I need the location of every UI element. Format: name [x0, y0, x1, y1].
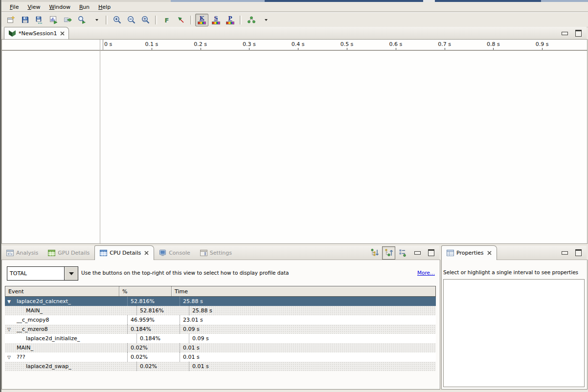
- time-cell: 0.09 s: [189, 334, 436, 343]
- analysis-tab-icon: [6, 250, 14, 256]
- tree-expander-icon[interactable]: ▼: [7, 299, 11, 304]
- percent-cell: 0.02%: [127, 352, 180, 362]
- table-row[interactable]: ▼laplace2d_calcnext_52.816%25.88 s: [5, 297, 436, 306]
- toolbar-separator: [190, 16, 192, 24]
- table-row[interactable]: laplace2d_initialize_0.184%0.09 s: [5, 334, 436, 343]
- console-tab-icon: [159, 250, 166, 256]
- zoom-search-button[interactable]: [75, 14, 89, 26]
- menu-file[interactable]: File: [5, 3, 23, 11]
- zoom-reset-icon: ±: [141, 16, 150, 24]
- menu-help[interactable]: Help: [94, 3, 115, 11]
- minimize-view-button[interactable]: [414, 251, 421, 255]
- zoom-search-dropdown[interactable]: [90, 14, 103, 26]
- timeline-ruler[interactable]: 0 s0.1 s0.2 s0.3 s0.4 s0.5 s0.6 s0.7 s0.…: [2, 40, 587, 51]
- save-all-button[interactable]: [33, 14, 46, 26]
- more-link[interactable]: More...: [417, 270, 435, 276]
- event-cell: __c_mcopy8: [5, 315, 127, 325]
- color-by-stream-button[interactable]: S: [209, 14, 223, 26]
- properties-view: Select or highlight a single interval to…: [441, 260, 588, 390]
- color-by-kernel-button[interactable]: K: [195, 14, 208, 26]
- save-icon: [21, 16, 29, 24]
- combobox-dropdown-button[interactable]: [64, 266, 78, 281]
- ruler-tick-label: 0.1 s: [145, 41, 158, 47]
- table-row[interactable]: laplace2d_swap_0.02%0.01 s: [5, 362, 436, 371]
- time-cell: 25.88 s: [180, 297, 436, 306]
- menu-view[interactable]: View: [23, 3, 45, 11]
- save-button[interactable]: [19, 14, 32, 26]
- menu-window[interactable]: Window: [45, 3, 75, 11]
- ruler-tick-label: 0.9 s: [536, 41, 549, 47]
- close-icon[interactable]: [144, 251, 149, 255]
- table-row[interactable]: ▽???0.02%0.01 s: [5, 352, 436, 362]
- table-row[interactable]: MAIN_0.02%0.01 s: [5, 343, 436, 352]
- maximize-view-button[interactable]: [575, 30, 582, 37]
- tree-expander-icon[interactable]: ▽: [7, 355, 11, 359]
- new-session-button[interactable]: [4, 14, 18, 26]
- save-all-icon: [35, 16, 44, 24]
- svg-text:±: ±: [143, 17, 147, 22]
- marker-flag-button[interactable]: F: [160, 14, 173, 26]
- tab-cpu-details[interactable]: CPU Details: [94, 245, 154, 260]
- percent-cell: 52.816%: [136, 306, 189, 315]
- ruler-tick-label: 0.6 s: [389, 41, 402, 47]
- combobox-value[interactable]: TOTAL: [7, 266, 64, 281]
- menu-run[interactable]: Run: [75, 3, 94, 11]
- zoom-in-button[interactable]: [111, 14, 124, 26]
- svg-text:F: F: [164, 17, 169, 24]
- tab-new-session[interactable]: *NewSession1: [4, 27, 69, 40]
- table-row[interactable]: __c_mcopy846.959%23.01 s: [5, 315, 436, 325]
- zoom-out-button[interactable]: [125, 14, 138, 26]
- properties-empty-box: [443, 279, 585, 387]
- gpu-details-tab-icon: [48, 250, 55, 256]
- callers-view-button[interactable]: [368, 246, 381, 260]
- column-header-time[interactable]: Time: [171, 286, 435, 296]
- editor-tab-strip: *NewSession1: [1, 27, 587, 39]
- event-set-combobox[interactable]: TOTAL: [7, 266, 78, 281]
- cpu-details-tab-icon: [100, 250, 107, 256]
- session-tab-icon: [8, 30, 16, 37]
- column-header-percent[interactable]: %: [119, 286, 171, 296]
- topology-button[interactable]: [245, 14, 258, 26]
- minimize-view-button[interactable]: [562, 251, 568, 255]
- zoom-reset-button[interactable]: ±: [139, 14, 152, 26]
- topology-dropdown[interactable]: [259, 14, 272, 26]
- tab-settings[interactable]: Settings: [195, 246, 237, 260]
- ruler-tick-label: 0.7 s: [438, 41, 451, 47]
- callees-view-button[interactable]: [382, 246, 395, 260]
- callers-view-icon: [370, 248, 379, 257]
- color-by-process-button[interactable]: P: [224, 14, 237, 26]
- color-by-kernel-icon: K: [198, 16, 206, 24]
- percent-cell: 46.959%: [127, 315, 180, 325]
- marker-flag-icon: F: [163, 16, 171, 24]
- tree-expander-icon[interactable]: ▽: [7, 327, 11, 331]
- tab-analysis[interactable]: Analysis: [1, 246, 43, 260]
- menubar: File View Window Run Help: [1, 2, 588, 12]
- color-by-stream-icon: S: [212, 16, 220, 24]
- timeline-name-column-divider[interactable]: [100, 40, 100, 243]
- zoom-in-icon: [113, 16, 122, 24]
- tab-gpu-details[interactable]: GPU Details: [43, 246, 94, 260]
- column-header-event[interactable]: Event: [5, 286, 119, 296]
- table-row[interactable]: MAIN_52.816%25.88 s: [5, 306, 436, 315]
- close-icon[interactable]: [487, 251, 492, 255]
- maximize-view-button[interactable]: [575, 249, 582, 256]
- chevron-down-icon: [95, 19, 98, 21]
- export-results-button[interactable]: [61, 14, 74, 26]
- timeline-editor[interactable]: 0 s0.1 s0.2 s0.3 s0.4 s0.5 s0.6 s0.7 s0.…: [1, 39, 588, 244]
- minimize-view-button[interactable]: [562, 32, 568, 35]
- close-icon[interactable]: [60, 31, 65, 36]
- event-cell: ▽???: [5, 352, 127, 362]
- flat-view-button[interactable]: [396, 246, 409, 260]
- time-cell: 0.01 s: [189, 362, 436, 371]
- time-cell: 23.01 s: [180, 315, 436, 325]
- goto-marker-button[interactable]: [174, 14, 187, 26]
- tab-console[interactable]: Console: [154, 246, 195, 260]
- new-session-icon: [7, 16, 15, 24]
- profile-application-button[interactable]: [47, 14, 60, 26]
- tab-properties[interactable]: Properties: [441, 245, 497, 260]
- maximize-view-button[interactable]: [428, 249, 434, 256]
- cpu-view-toolbar: [368, 246, 414, 260]
- cpu-details-view: TOTAL Use the buttons on the top-right o…: [1, 260, 440, 390]
- table-row[interactable]: ▽__c_mzero80.184%0.09 s: [5, 325, 436, 334]
- event-cell: laplace2d_initialize_: [5, 334, 136, 343]
